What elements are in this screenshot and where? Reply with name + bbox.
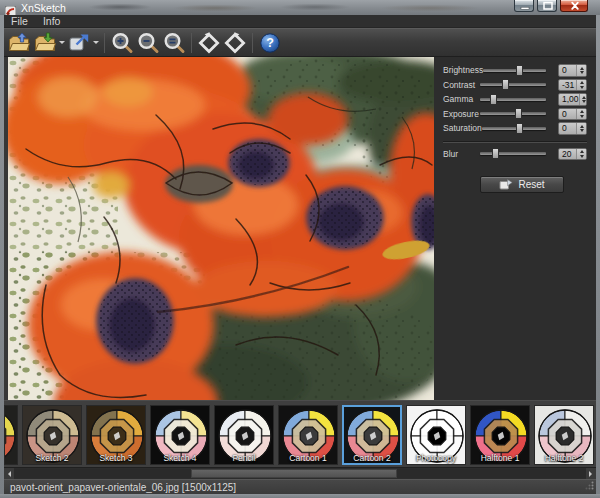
contrast-value[interactable]: -31 — [559, 80, 576, 91]
blur-slider-thumb[interactable] — [492, 148, 499, 159]
save-folder-icon — [33, 31, 57, 55]
open-button[interactable] — [6, 30, 32, 55]
spin-down-icon[interactable] — [580, 71, 584, 76]
blur-slider-track[interactable] — [480, 152, 546, 155]
preset-scrollbar[interactable] — [4, 467, 596, 479]
saturation-value[interactable]: 0 — [559, 123, 576, 134]
contrast-spin-buttons — [576, 80, 586, 91]
exposure-label: Exposure — [443, 109, 480, 119]
contrast-slider[interactable] — [480, 79, 546, 90]
saturation-slider-thumb[interactable] — [516, 123, 523, 134]
contrast-spinbox[interactable]: -31 — [558, 79, 587, 92]
help-button[interactable]: ? — [257, 30, 283, 55]
zoom-in-button[interactable] — [109, 30, 135, 55]
scrollbar-track[interactable] — [14, 469, 586, 478]
preset-label: Photocopy — [407, 453, 465, 463]
brightness-spinbox[interactable]: 0 — [558, 64, 587, 77]
minimize-button[interactable] — [514, 0, 534, 12]
preset-halftone-1[interactable]: Halftone 1 — [470, 405, 530, 465]
blur-spinbox[interactable]: 20 — [558, 148, 587, 161]
preset-sketch-3[interactable]: Sketch 3 — [86, 405, 146, 465]
title-bar[interactable]: XnSketch — [0, 0, 600, 15]
spin-up-icon[interactable] — [580, 108, 584, 113]
scrollbar-thumb[interactable] — [191, 469, 397, 478]
spin-down-icon[interactable] — [580, 155, 584, 160]
blur-label: Blur — [443, 149, 480, 159]
zoom-in-icon — [110, 31, 134, 55]
spin-down-icon[interactable] — [580, 129, 584, 134]
toolbar-separator — [104, 33, 105, 53]
rotate-left-button[interactable] — [196, 30, 222, 55]
image-canvas — [8, 57, 434, 400]
saturation-spinbox[interactable]: 0 — [558, 122, 587, 135]
menu-file[interactable]: File — [11, 15, 28, 28]
zoom-actual-size-button[interactable] — [161, 30, 187, 55]
export-dropdown-arrow[interactable] — [92, 30, 100, 55]
preset-label: Sketch 2 — [23, 453, 81, 463]
export-button[interactable] — [66, 30, 92, 55]
poppy-preview-image — [8, 57, 434, 400]
gamma-spin-buttons — [579, 94, 587, 105]
zoom-out-button[interactable] — [135, 30, 161, 55]
resize-grip-icon — [585, 481, 594, 490]
reset-button[interactable]: Reset — [480, 176, 564, 193]
spin-up-icon[interactable] — [580, 123, 584, 128]
status-filename: pavot-orient_papaver-orientale_06.jpg [1… — [10, 482, 236, 493]
saturation-slider[interactable] — [482, 123, 546, 134]
minimize-icon — [515, 0, 533, 12]
menu-info[interactable]: Info — [43, 15, 61, 28]
window-title: XnSketch — [21, 2, 66, 14]
spin-up-icon[interactable] — [580, 65, 584, 70]
scroll-left-arrow[interactable] — [4, 468, 14, 479]
window-frame-left — [0, 15, 4, 498]
gamma-value[interactable]: 1,00 — [559, 94, 579, 105]
save-dropdown-arrow[interactable] — [58, 30, 66, 55]
preset-partial[interactable] — [4, 405, 18, 465]
spin-down-icon[interactable] — [580, 86, 584, 91]
status-bar: pavot-orient_papaver-orientale_06.jpg [1… — [4, 479, 596, 494]
saturation-slider-track[interactable] — [482, 127, 546, 130]
brightness-slider[interactable] — [483, 65, 546, 76]
exposure-value[interactable]: 0 — [559, 109, 576, 120]
preset-cartoon-1[interactable]: Cartoon 1 — [278, 405, 338, 465]
blur-slider[interactable] — [480, 148, 546, 159]
exposure-row: Exposure0 — [443, 107, 587, 122]
preset-cartoon-2[interactable]: Cartoon 2 — [342, 405, 402, 465]
preset-sketch-2[interactable]: Sketch 2 — [22, 405, 82, 465]
blur-value[interactable]: 20 — [559, 149, 576, 160]
brightness-spin-buttons — [576, 65, 586, 76]
help-icon: ? — [258, 31, 282, 55]
gamma-spinbox[interactable]: 1,00 — [558, 93, 587, 106]
gamma-slider[interactable] — [480, 94, 546, 105]
save-button[interactable] — [32, 30, 58, 55]
contrast-slider-track[interactable] — [480, 83, 546, 86]
brightness-slider-track[interactable] — [483, 69, 546, 72]
spin-up-icon[interactable] — [580, 79, 584, 84]
window-controls — [514, 0, 588, 12]
contrast-row: Contrast-31 — [443, 78, 587, 93]
spin-up-icon[interactable] — [580, 148, 584, 153]
maximize-button[interactable] — [537, 0, 557, 12]
panel-separator — [443, 141, 587, 143]
scroll-right-arrow[interactable] — [586, 468, 596, 479]
preset-photocopy[interactable]: Photocopy — [406, 405, 466, 465]
reset-label: Reset — [518, 179, 544, 190]
preset-sketch-4[interactable]: Sketch 4 — [150, 405, 210, 465]
exposure-slider-track[interactable] — [480, 112, 546, 115]
exposure-slider-thumb[interactable] — [515, 108, 522, 119]
contrast-slider-thumb[interactable] — [502, 79, 509, 90]
rotate-right-button[interactable] — [222, 30, 248, 55]
resize-grip[interactable] — [585, 481, 594, 492]
brightness-value[interactable]: 0 — [559, 65, 576, 76]
preset-pencil[interactable]: Pencil — [214, 405, 274, 465]
exposure-spinbox[interactable]: 0 — [558, 108, 587, 121]
brightness-slider-thumb[interactable] — [516, 65, 523, 76]
preset-halftone-2[interactable]: Halftone 2 — [534, 405, 594, 465]
gamma-slider-thumb[interactable] — [490, 94, 497, 105]
spin-down-icon[interactable] — [580, 115, 584, 120]
spin-up-icon[interactable] — [582, 94, 586, 99]
close-button[interactable] — [560, 0, 588, 12]
spin-down-icon[interactable] — [582, 100, 586, 105]
exposure-slider[interactable] — [480, 108, 546, 119]
saturation-spin-buttons — [576, 123, 586, 134]
